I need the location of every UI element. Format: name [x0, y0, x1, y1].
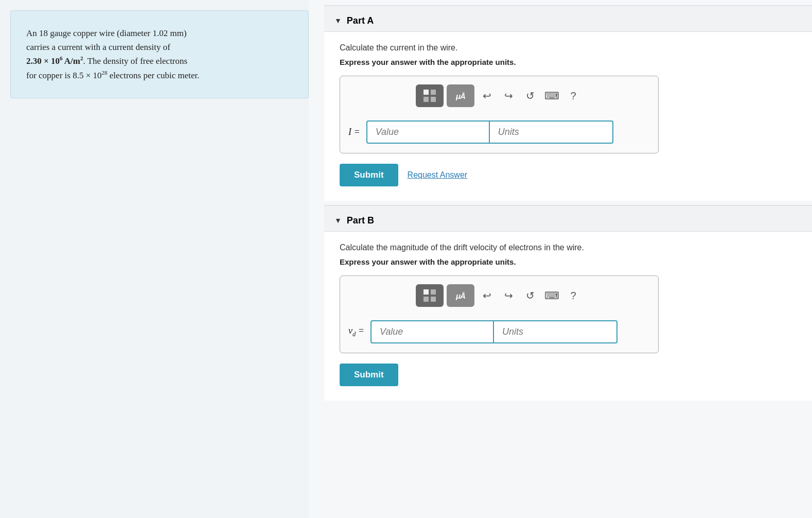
part-b-reset-button[interactable]: ↺ [521, 286, 539, 305]
part-b-body: Calculate the magnitude of the drift vel… [324, 232, 812, 401]
part-a-input-row: I = [348, 120, 650, 144]
part-b-action-row: Submit [340, 364, 797, 386]
part-b-value-input[interactable] [370, 320, 494, 343]
svg-rect-5 [431, 289, 436, 295]
part-b-undo-button[interactable]: ↩ [478, 286, 496, 305]
part-a-reset-button[interactable]: ↺ [521, 87, 539, 105]
part-a-action-row: Submit Request Answer [340, 164, 797, 186]
part-a-header: ▼ Part A [324, 6, 812, 32]
part-b-units-input[interactable] [494, 320, 617, 343]
part-a-collapse-icon[interactable]: ▼ [334, 17, 342, 25]
problem-statement: An 18 gauge copper wire (diameter 1.02 m… [10, 10, 309, 98]
part-b-input-label: vd = [348, 325, 364, 338]
part-b-toolbar: μÅ ↩ ↪ ↺ ⌨ ? [348, 284, 650, 312]
part-b-input-row: vd = [348, 320, 650, 343]
part-b-help-button[interactable]: ? [564, 286, 582, 305]
part-b-keyboard-button[interactable]: ⌨ [542, 286, 561, 305]
part-a-body: Calculate the current in the wire. Expre… [324, 32, 812, 201]
svg-rect-0 [423, 90, 429, 95]
part-a-redo-button[interactable]: ↪ [499, 87, 518, 105]
part-a-request-button[interactable]: Request Answer [408, 170, 468, 180]
svg-rect-1 [431, 90, 436, 95]
svg-rect-7 [431, 297, 436, 302]
part-b-header: ▼ Part B [324, 206, 812, 232]
svg-rect-4 [423, 289, 429, 295]
part-b-matrix-button[interactable] [416, 284, 444, 307]
part-a-input-label: I = [348, 127, 360, 137]
svg-rect-3 [431, 97, 436, 102]
part-a-help-button[interactable]: ? [564, 87, 582, 105]
part-b-unit-button[interactable]: μÅ [447, 284, 474, 307]
part-a-unit-button[interactable]: μÅ [447, 84, 474, 107]
part-b-redo-button[interactable]: ↪ [499, 286, 518, 305]
part-b-section: ▼ Part B Calculate the magnitude of the … [324, 205, 812, 401]
part-a-title: Part A [347, 15, 374, 26]
part-a-keyboard-button[interactable]: ⌨ [542, 87, 561, 105]
part-a-section: ▼ Part A Calculate the current in the wi… [324, 5, 812, 201]
part-a-express-note: Express your answer with the appropriate… [340, 58, 797, 66]
part-a-units-input[interactable] [490, 120, 613, 144]
part-b-express-note: Express your answer with the appropriate… [340, 257, 797, 266]
part-a-toolbar: μÅ ↩ ↪ ↺ ⌨ ? [348, 84, 650, 112]
part-b-submit-button[interactable]: Submit [340, 364, 398, 386]
part-b-collapse-icon[interactable]: ▼ [334, 217, 342, 225]
part-a-submit-button[interactable]: Submit [340, 164, 398, 186]
svg-rect-2 [423, 97, 429, 102]
part-b-description: Calculate the magnitude of the drift vel… [340, 243, 797, 252]
part-a-description: Calculate the current in the wire. [340, 43, 797, 53]
part-b-title: Part B [347, 215, 374, 226]
part-a-value-input[interactable] [366, 120, 490, 144]
part-a-matrix-button[interactable] [416, 84, 444, 107]
part-a-undo-button[interactable]: ↩ [478, 87, 496, 105]
right-panel: ▼ Part A Calculate the current in the wi… [309, 0, 812, 518]
svg-rect-6 [423, 297, 429, 302]
part-a-answer-box: μÅ ↩ ↪ ↺ ⌨ ? I = [340, 76, 659, 153]
part-b-answer-box: μÅ ↩ ↪ ↺ ⌨ ? vd = [340, 275, 659, 353]
